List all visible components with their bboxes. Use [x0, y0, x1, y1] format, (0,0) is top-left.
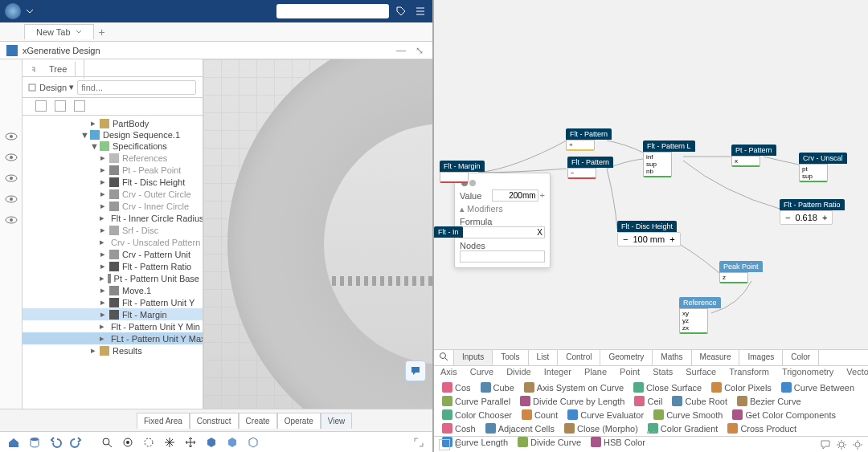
ribbon-item[interactable]: Curve Evaluator	[567, 409, 644, 420]
ribbon-tab[interactable]: Geometry	[600, 350, 653, 365]
tree-tab-label[interactable]: Tree	[41, 62, 76, 76]
graph-canvas[interactable]: Value + ▴ Modifiers Formula Nodes Flt - …	[434, 0, 868, 349]
ribbon-tab[interactable]: List	[529, 350, 559, 365]
gear-icon[interactable]	[836, 439, 847, 450]
ribbon-tab[interactable]: Measure	[692, 350, 740, 365]
ribbon-item[interactable]: Close (Morpho)	[564, 423, 638, 434]
viewport-3d[interactable]	[203, 59, 432, 409]
collapse-button[interactable]: ⤡	[413, 45, 426, 56]
tree-item[interactable]: ▸Pt - Pattern Unit Base	[23, 272, 203, 284]
graph-node-body[interactable]: z	[719, 272, 748, 283]
graph-node-body[interactable]: −	[567, 168, 596, 179]
tree-item[interactable]: ▸FLt - Pattern Unit Y Max	[23, 332, 203, 344]
menu-icon[interactable]	[413, 4, 428, 18]
ribbon-item[interactable]: Color Chooser	[442, 409, 512, 420]
chat-button[interactable]	[405, 360, 426, 381]
graph-node-header[interactable]: Flt - Margin	[440, 161, 485, 172]
bottom-tab[interactable]: Create	[239, 413, 277, 429]
graph-node-body[interactable]: +	[566, 140, 595, 151]
tool-icon[interactable]	[55, 100, 66, 112]
bottom-tab[interactable]: Construct	[190, 413, 239, 429]
tree-item[interactable]: ▸Crv - Pattern Unit	[23, 248, 203, 260]
tree-item[interactable]: ▸Move.1	[23, 284, 203, 296]
ribbon-item[interactable]: Cos	[442, 382, 471, 393]
ribbon-item[interactable]: Count	[522, 409, 558, 420]
shade2-button[interactable]	[223, 434, 241, 450]
tree-item[interactable]: ▸Pt - Peak Point	[23, 164, 203, 176]
global-search[interactable]	[276, 4, 389, 18]
graph-node-header[interactable]: Flt - In	[434, 226, 463, 238]
graph-node-body[interactable]	[440, 172, 469, 183]
ribbon-tab[interactable]: Color	[783, 350, 819, 365]
graph-node-body[interactable]: xy yz zx	[679, 308, 708, 334]
ribbon-subtab[interactable]: Trigonometry	[776, 366, 840, 379]
ribbon-item[interactable]: Color Gradient	[648, 423, 719, 434]
shade-button[interactable]	[203, 434, 220, 450]
tree-find-input[interactable]	[77, 80, 196, 95]
ribbon-subtab[interactable]: Surface	[679, 366, 723, 379]
wire-button[interactable]	[244, 434, 262, 450]
tree-item[interactable]: ▸Srf - Disc	[23, 224, 203, 236]
bottom-tab[interactable]: Fixed Area	[137, 413, 190, 429]
ribbon-subtab[interactable]: Transform	[723, 366, 776, 379]
ribbon-subtab[interactable]: Plane	[578, 366, 613, 379]
tree-item[interactable]: ▼Specifications	[23, 140, 203, 152]
speech-icon[interactable]	[820, 439, 831, 450]
tree-item[interactable]: ▸Results	[23, 344, 203, 356]
chevron-down-icon[interactable]	[26, 7, 34, 15]
home-button[interactable]	[5, 434, 23, 450]
spec-tree[interactable]: ▸PartBody▼Design Sequence.1▼Specificatio…	[23, 116, 203, 409]
ribbon-item[interactable]: Curve Parallel	[442, 396, 510, 406]
tool-icon[interactable]	[35, 100, 47, 112]
global-search-input[interactable]	[280, 6, 385, 17]
ribbon-item[interactable]: Adjacent Cells	[485, 423, 555, 434]
ribbon-item[interactable]: Cross Product	[727, 423, 796, 434]
bottom-tab[interactable]: Operate	[277, 413, 321, 429]
minus-button[interactable]: −	[623, 234, 628, 244]
tree-item[interactable]: ▸PartBody	[23, 117, 203, 129]
tree-item[interactable]: ▸Flt - Pattern Unit Y Min	[23, 320, 203, 332]
graph-node-header[interactable]: Peak Point	[719, 261, 763, 272]
bottom-tab[interactable]: View	[321, 413, 353, 429]
graph-node-header[interactable]: Crv - Unscal	[799, 153, 847, 164]
graph-node-header[interactable]: Flt - Pattern	[566, 128, 612, 140]
ribbon-subtab[interactable]: Point	[613, 366, 646, 379]
graph-node-header[interactable]: Flt - Pattern	[567, 157, 613, 168]
ribbon-item[interactable]: Divide Curve	[518, 437, 581, 447]
eye-icon[interactable]	[5, 132, 18, 141]
ribbon-subtab[interactable]: Vector	[840, 366, 868, 379]
eye-icon[interactable]	[5, 173, 18, 183]
graph-node-header[interactable]: Pt - Pattern	[731, 145, 776, 156]
ribbon-subtab[interactable]: Curve	[464, 366, 500, 379]
ribbon-item[interactable]: Get Color Components	[732, 409, 836, 420]
graph-node-slider[interactable]: −100 mm+	[617, 232, 681, 246]
ribbon-item[interactable]: Close Surface	[633, 382, 702, 393]
redo-button[interactable]	[68, 434, 85, 450]
graph-node-header[interactable]: Flt - Pattern L	[643, 140, 695, 152]
tree-item[interactable]: ▸Crv - Unscaled Pattern Unit	[23, 236, 203, 248]
rotate-button[interactable]	[140, 434, 158, 450]
ribbon-item[interactable]: Color Pixels	[711, 382, 772, 393]
ribbon-item[interactable]: Cosh	[442, 423, 476, 434]
tree-item[interactable]: ▸Flt - Pattern Unit Y	[23, 296, 203, 308]
plus-icon[interactable]: +	[540, 190, 545, 200]
tree-item[interactable]: ▸Crv - Inner Circle	[23, 200, 203, 212]
ribbon-item[interactable]: Bezier Curve	[737, 396, 801, 406]
eye-icon[interactable]	[5, 153, 18, 162]
minimize-button[interactable]: —	[394, 45, 408, 56]
ribbon-item[interactable]: Ceil	[634, 396, 662, 406]
tree-item[interactable]: ▸Flt - Margin	[23, 308, 203, 320]
tree-item[interactable]: ▸Flt - Pattern Ratio	[23, 260, 203, 272]
ribbon-item[interactable]: Cube Root	[672, 396, 727, 406]
minus-button[interactable]: −	[785, 213, 790, 222]
modifiers-label[interactable]: ▴ Modifiers	[460, 204, 545, 214]
graph-node-body[interactable]: pt sup	[799, 164, 828, 182]
move-button[interactable]	[182, 434, 199, 450]
tool-icon[interactable]	[74, 100, 85, 112]
ribbon-tab[interactable]: Control	[558, 350, 600, 365]
ribbon-tab[interactable]: Inputs	[454, 350, 493, 365]
tree-item[interactable]: ▸References	[23, 152, 203, 164]
graph-node-header[interactable]: Flt - Pattern Ratio	[780, 199, 845, 210]
ribbon-item[interactable]: Cube	[481, 382, 514, 393]
tree-item[interactable]: ▸Flt - Inner Circle Radius	[23, 212, 203, 224]
